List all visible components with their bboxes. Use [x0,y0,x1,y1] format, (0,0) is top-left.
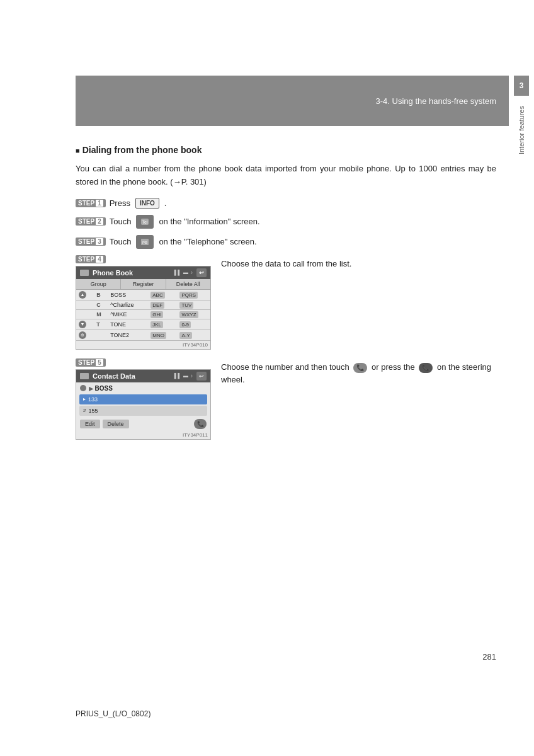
cd-header: Contact Data ▌▌ ▬ ♪ ↩ [76,370,210,382]
cd-vol: ♪ [190,373,193,379]
step-word: STEP [78,238,94,245]
pb-nav-down[interactable]: ▼ [79,321,86,328]
step-3-badge: STEP 3 [76,238,106,246]
cd-person-icon [80,385,86,391]
page-number: 281 [482,652,496,662]
pb-wxyz[interactable]: PQRS [179,292,198,299]
step-word: STEP [78,359,94,366]
cd-entry-1[interactable]: ▸ 133 [79,394,207,404]
phonebook-icon-btn[interactable]: PB [136,235,154,249]
pb-letter: B [96,292,101,298]
pb-image-label: ITY34P010 [76,341,210,349]
pb-name: ^MIKE [110,311,127,318]
step-4-description: Choose the data to call from the list. [221,255,496,350]
step-4-container: STEP 4 Phone Book ▌▌ ▬ ♪ ↩ Group [76,255,496,350]
step-word: STEP [78,200,94,207]
svg-text:PB: PB [142,241,147,244]
step-word: STEP [78,256,94,263]
cd-number-2: 155 [88,408,98,414]
pb-abc[interactable]: DEF [151,302,164,309]
section-heading: ■ Dialing from the phone book [76,145,496,155]
cd-footer-buttons: Edit Delete [80,420,191,428]
pb-book-icon [80,270,89,276]
contact-data-screen: Contact Data ▌▌ ▬ ♪ ↩ ▶ BOSS ▸ [76,369,211,440]
pb-action-buttons: Group Register Delete All [76,279,210,290]
step-1-row: STEP 1 Press INFO . [76,198,496,209]
cd-entry-2[interactable]: # 155 [79,406,207,416]
cd-number-1: 133 [88,396,98,403]
step-3-suffix: on the "Telephone" screen. [159,237,256,246]
pb-signal: ▌▌ [174,270,181,275]
pb-name: ^Charlize [110,302,134,308]
step-2-text: Touch [110,217,132,226]
pb-abc[interactable]: MNO [151,332,166,339]
svg-text:Tel: Tel [142,220,148,224]
cd-back-button[interactable]: ↩ [196,372,207,381]
step-4-badge: STEP 4 [76,255,106,263]
pb-wxyz[interactable]: 0-9 [179,321,191,328]
header-title: 3-4. Using the hands-free system [376,96,496,106]
step-5-desc-text: Choose the number and then touch [221,362,349,372]
pb-letter: C [96,302,101,308]
phone-book-screen: Phone Book ▌▌ ▬ ♪ ↩ Group Register Delet… [76,266,211,350]
sidebar-label: Interior features [518,106,525,154]
step-5-badge: STEP 5 [76,358,106,367]
pb-group-btn[interactable]: Group [76,279,121,289]
table-row[interactable]: ▼ T TONE JKL 0-9 [76,319,210,329]
section-title: Dialing from the phone book [82,145,202,155]
pb-name: TONE [110,321,126,328]
cd-book-icon [80,373,89,379]
pb-wxyz[interactable]: WXYZ [179,311,198,318]
pb-letter: T [96,321,100,328]
pb-delete-all-btn[interactable]: Delete All [166,279,210,289]
cd-image-label: ITY34P011 [76,431,210,439]
cd-delete-btn[interactable]: Delete [103,420,129,428]
pb-nav-up[interactable]: ▲ [79,291,86,299]
call-icon-inline: 📞 [353,363,367,373]
call-icon-inline-2: 📞 [419,363,433,373]
step-1-suffix: . [164,198,167,208]
table-row[interactable]: C ^Charlize DEF TUV [76,300,210,309]
right-sidebar: 3 Interior features [509,76,534,454]
step-1-badge: STEP 1 [76,199,106,207]
pb-name: BOSS [110,292,126,298]
pb-battery: ▬ [183,270,188,275]
step-5-container: STEP 5 Contact Data ▌▌ ▬ ♪ ↩ [76,358,496,440]
cd-battery: ▬ [183,373,188,379]
footer-text: PRIUS_U_(L/O_0802) [76,709,151,718]
info-button[interactable]: INFO [135,198,159,209]
body-text: You can dial a number from the phone boo… [76,163,496,189]
step-3-row: STEP 3 Touch PB on the "Telephone" scree… [76,235,496,249]
step-1-num: 1 [96,200,103,207]
cd-edit-btn[interactable]: Edit [80,420,100,428]
pb-wxyz[interactable]: TUV [179,302,193,309]
pb-controls: ▌▌ ▬ ♪ [174,270,193,275]
pb-wxyz[interactable]: A-Y [179,332,191,339]
step-2-suffix: on the "Information" screen. [159,217,259,226]
table-row[interactable]: ⊕ TONE2 MNO A-Y [76,329,210,340]
step-4-desc-text: Choose the data to call from the list. [221,259,351,268]
step-5-description: Choose the number and then touch 📞 or pr… [221,358,496,440]
step-3-text: Touch [110,237,132,246]
pb-abc[interactable]: JKL [151,321,163,328]
page-num-tab: 3 [514,76,529,96]
pb-abc[interactable]: ABC [151,292,164,299]
pb-header: Phone Book ▌▌ ▬ ♪ ↩ [76,266,210,279]
step-3-num: 3 [96,238,103,245]
step-4-screen-area: STEP 4 Phone Book ▌▌ ▬ ♪ ↩ Group [76,255,211,350]
step-2-badge: STEP 2 [76,217,106,226]
cd-title: Contact Data [93,372,171,380]
table-row[interactable]: ▲ B BOSS ABC PQRS [76,290,210,301]
step-5-screen-area: STEP 5 Contact Data ▌▌ ▬ ♪ ↩ [76,358,211,440]
pb-back-button[interactable]: ↩ [196,268,207,277]
table-row[interactable]: M ^MIKE GHI WXYZ [76,309,210,319]
telephone-icon-btn[interactable]: Tel [136,215,154,229]
step-5-desc-text2: or press the [372,362,415,372]
step-5-num: 5 [96,359,103,366]
header-bar: 3-4. Using the hands-free system [76,76,509,126]
pb-abc[interactable]: GHI [151,311,163,318]
pb-register-btn[interactable]: Register [121,279,166,289]
pb-nav-extra[interactable]: ⊕ [79,331,86,339]
cd-name-row: ▶ BOSS [76,382,210,393]
cd-call-button[interactable]: 📞 [194,419,207,429]
